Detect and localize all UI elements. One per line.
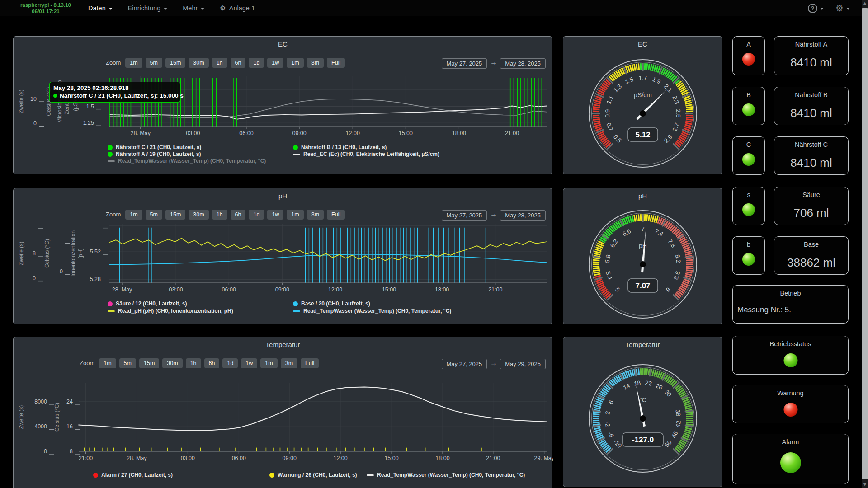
svg-text:28. May: 28. May xyxy=(112,286,132,293)
nav-einrichtung[interactable]: Einrichtung xyxy=(128,5,168,12)
zoom-button-8-1m[interactable]: 1m xyxy=(287,210,303,220)
led-s xyxy=(742,203,755,216)
zoom-button-7-1w[interactable]: 1w xyxy=(241,358,257,368)
zoom-button-10-full[interactable]: Full xyxy=(327,210,345,220)
series-dot-icon xyxy=(108,145,113,150)
series-dot-icon xyxy=(293,301,298,306)
nav-daten[interactable]: Daten xyxy=(88,5,113,12)
zoom-button-5-6h[interactable]: 6h xyxy=(231,58,246,68)
zoom-button-0-1m[interactable]: 1m xyxy=(125,210,142,220)
legend-item-ec-3[interactable]: Read_EC (Ec) (CH0, Elektrische Leitfähig… xyxy=(293,151,439,157)
legend-item-temp-0[interactable]: Alarm / 27 (CH0, Laufzeit, s) xyxy=(93,472,173,478)
zoom-button-9-3m[interactable]: 3m xyxy=(307,210,324,220)
zoom-button-3-30m[interactable]: 30m xyxy=(162,358,182,368)
zoom-toolbar: Zoom 1m5m15m30m1h6h1d1w1m3mFull xyxy=(106,210,348,218)
legend-label: Read_TempWasser (Wasser_Temp) (CH0, Temp… xyxy=(118,158,266,164)
zoom-button-0-1m[interactable]: 1m xyxy=(125,58,142,68)
nav-mehr[interactable]: Mehr xyxy=(183,5,204,12)
svg-text:8.6: 8.6 xyxy=(672,270,681,280)
zoom-button-7-1w[interactable]: 1w xyxy=(267,210,283,220)
svg-text:2.5: 2.5 xyxy=(675,109,682,118)
svg-text:03:00: 03:00 xyxy=(186,130,200,136)
zoom-button-6-1d[interactable]: 1d xyxy=(222,358,238,368)
series-line-icon xyxy=(293,310,300,312)
zoom-button-7-1w[interactable]: 1w xyxy=(267,58,283,68)
help-menu[interactable]: ? xyxy=(808,4,824,13)
svg-text:5.28: 5.28 xyxy=(90,276,101,282)
svg-text:06:00: 06:00 xyxy=(239,130,253,136)
legend-item-ph-1[interactable]: Base / 20 (CH0, Laufzeit, s) xyxy=(293,300,370,307)
scroll-up-icon[interactable]: ▲ xyxy=(862,0,868,7)
zoom-buttons: 1m5m15m30m1h6h1d1w1m3mFull xyxy=(99,359,322,367)
svg-text:Ionenkonzentration: Ionenkonzentration xyxy=(70,230,76,277)
zoom-button-3-30m[interactable]: 30m xyxy=(189,210,208,220)
zoom-button-1-5m[interactable]: 5m xyxy=(146,58,162,68)
zoom-button-6-1d[interactable]: 1d xyxy=(249,210,264,220)
naehrstoff-a-panel: Nährstoff A 8410 ml xyxy=(774,36,849,75)
legend-item-ec-4[interactable]: Read_TempWasser (Wasser_Temp) (CH0, Temp… xyxy=(108,158,266,164)
svg-text:2.9: 2.9 xyxy=(663,133,674,144)
legend-item-temp-1[interactable]: Warnung / 26 (CH0, Laufzeit, s) xyxy=(269,472,357,478)
zoom-button-4-1h[interactable]: 1h xyxy=(212,210,227,220)
settings-menu[interactable]: ⚙ xyxy=(835,4,850,13)
zoom-button-2-15m[interactable]: 15m xyxy=(165,210,185,220)
svg-text:21:00: 21:00 xyxy=(79,455,93,461)
legend-item-ph-2[interactable]: Read_pH (pH) (CH0, Ionenkonzentration, p… xyxy=(108,308,233,314)
zoom-button-2-15m[interactable]: 15m xyxy=(165,58,185,68)
svg-text:0.7: 0.7 xyxy=(605,122,614,132)
legend-item-ec-2[interactable]: Nährstoff A / 19 (CH0, Laufzeit, s) xyxy=(108,151,201,157)
zoom-button-10-full[interactable]: Full xyxy=(327,58,345,68)
tank-value: 8410 ml xyxy=(774,106,848,120)
svg-text:09:00: 09:00 xyxy=(283,455,297,461)
zoom-button-1-5m[interactable]: 5m xyxy=(119,358,136,368)
date-from-input[interactable]: May 27, 2025 xyxy=(442,210,487,221)
led-panel-c: C xyxy=(732,136,765,175)
svg-text:29. May: 29. May xyxy=(534,455,553,461)
svg-text:1.1: 1.1 xyxy=(605,94,615,105)
zoom-button-3-30m[interactable]: 30m xyxy=(189,58,208,68)
range-arrow-icon: → xyxy=(491,60,496,67)
date-to-input[interactable]: May 28, 2025 xyxy=(500,210,546,221)
zoom-button-2-15m[interactable]: 15m xyxy=(139,358,159,368)
ph-gauge: 55.45.86.26.677.47.88.28.69pH7.07 xyxy=(563,197,722,334)
legend-item-ph-0[interactable]: Säure / 12 (CH0, Laufzeit, s) xyxy=(108,300,187,307)
scrollbar-thumb[interactable] xyxy=(862,8,868,479)
page-scrollbar[interactable]: ▲ ▼ xyxy=(862,0,868,488)
legend-item-ec-1[interactable]: Nährstoff B / 13 (CH0, Laufzeit, s) xyxy=(293,144,387,150)
zoom-buttons: 1m5m15m30m1h6h1d1w1m3mFull xyxy=(125,58,348,66)
zoom-button-5-6h[interactable]: 6h xyxy=(231,210,246,220)
svg-text:46: 46 xyxy=(670,430,679,439)
zoom-button-8-1m[interactable]: 1m xyxy=(260,358,277,368)
zoom-button-6-1d[interactable]: 1d xyxy=(249,58,264,68)
zoom-button-1-5m[interactable]: 5m xyxy=(146,210,162,220)
zoom-button-5-6h[interactable]: 6h xyxy=(204,358,220,368)
brand: raspberrypi - 8.13.10 06/01 17:21 xyxy=(16,2,75,14)
header-icons: ? ⚙ xyxy=(808,0,850,16)
date-to-input[interactable]: May 28, 2025 xyxy=(500,58,546,69)
svg-text:10: 10 xyxy=(30,96,37,102)
zoom-button-4-1h[interactable]: 1h xyxy=(186,358,201,368)
svg-text:42: 42 xyxy=(675,420,682,428)
svg-text:6.2: 6.2 xyxy=(609,238,619,249)
zoom-button-0-1m[interactable]: 1m xyxy=(99,358,116,368)
svg-text:0: 0 xyxy=(33,275,36,282)
panel-label: Betrieb xyxy=(733,290,848,297)
nav-anlage[interactable]: ⚙ Anlage 1 xyxy=(220,4,255,12)
zoom-button-4-1h[interactable]: 1h xyxy=(212,58,227,68)
legend-item-temp-2[interactable]: Read_TempWasser (Wasser_Temp) (CH0, Temp… xyxy=(367,472,525,478)
svg-text:09:00: 09:00 xyxy=(275,286,289,293)
series-dot-icon xyxy=(53,94,57,98)
svg-text:30: 30 xyxy=(663,389,673,398)
svg-text:21:00: 21:00 xyxy=(488,286,502,293)
legend-item-ec-0[interactable]: Nährstoff C / 21 (CH0, Laufzeit, s) xyxy=(108,144,201,150)
zoom-button-9-3m[interactable]: 3m xyxy=(281,358,297,368)
scroll-down-icon[interactable]: ▼ xyxy=(862,481,868,488)
date-from-input[interactable]: May 27, 2025 xyxy=(442,58,487,69)
date-to-input[interactable]: May 29, 2025 xyxy=(500,359,546,369)
date-from-input[interactable]: May 27, 2025 xyxy=(442,359,487,369)
zoom-button-9-3m[interactable]: 3m xyxy=(307,58,324,68)
zoom-button-10-full[interactable]: Full xyxy=(301,358,319,368)
zoom-button-8-1m[interactable]: 1m xyxy=(287,58,303,68)
svg-text:6.6: 6.6 xyxy=(621,228,632,238)
legend-item-ph-3[interactable]: Read_TempWasser (Wasser_Temp) (CH0, Temp… xyxy=(293,308,451,314)
